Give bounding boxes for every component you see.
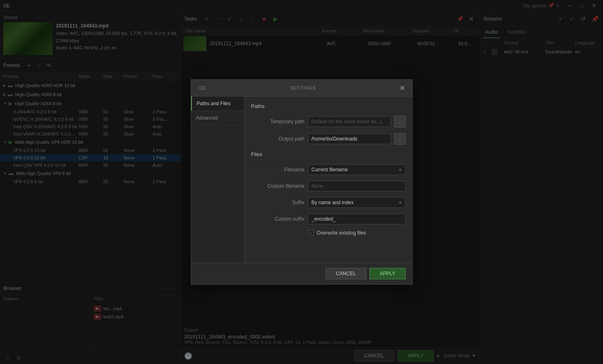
modal-ce-label: CE	[196, 85, 209, 90]
temp-path-label: Temporary path	[251, 119, 305, 124]
custom-filename-row: Custom filename None	[251, 181, 406, 191]
custom-suffix-input[interactable]	[308, 214, 406, 224]
modal-title: SETTINGS	[209, 85, 397, 90]
modal-close-button[interactable]: ✕	[397, 83, 407, 93]
modal-sidebar: Paths and Files Advanced	[191, 97, 245, 263]
suffix-label: Suffix	[251, 200, 305, 205]
suffix-row: Suffix By name and index None Custom ▼	[251, 197, 406, 208]
suffix-select[interactable]: By name and index None Custom	[308, 197, 406, 208]
suffix-select-wrapper: By name and index None Custom ▼	[308, 197, 406, 208]
files-section-title: Files	[251, 151, 406, 159]
sidebar-item-advanced[interactable]: Advanced	[191, 111, 244, 125]
custom-suffix-label: Custom suffix	[251, 216, 305, 222]
custom-suffix-row: Custom suffix	[251, 214, 406, 224]
output-path-row: Output path /home/tio/Downloads ...	[251, 133, 406, 145]
paths-section-title: Paths	[251, 103, 406, 109]
temp-path-row: Temporary path Default (In the same fold…	[251, 116, 406, 127]
sidebar-item-paths-files[interactable]: Paths and Files	[191, 97, 244, 111]
settings-modal: CE SETTINGS ✕ Paths and Files Advanced P…	[191, 79, 413, 285]
temp-path-input[interactable]: Default (In the same folder as...)	[308, 116, 391, 127]
modal-content: Paths Temporary path Default (In the sam…	[245, 97, 412, 263]
filename-select[interactable]: Current filename Custom filename	[308, 164, 406, 175]
output-path-input[interactable]: /home/tio/Downloads	[308, 134, 391, 144]
filename-row: Filename Current filename Custom filenam…	[251, 164, 406, 175]
custom-filename-input[interactable]: None	[308, 181, 406, 191]
custom-filename-label: Custom filename	[251, 183, 305, 189]
modal-overlay: CE SETTINGS ✕ Paths and Files Advanced P…	[0, 0, 603, 364]
modal-actions: CANCEL APPLY	[191, 263, 412, 284]
modal-apply-button[interactable]: APPLY	[370, 268, 406, 279]
overwrite-row: ✓ Overwrite existing files	[251, 230, 406, 236]
filename-label: Filename	[251, 167, 305, 173]
modal-title-bar: CE SETTINGS ✕	[191, 80, 412, 97]
overwrite-checkbox[interactable]: ✓	[308, 230, 314, 236]
modal-cancel-button[interactable]: CANCEL	[326, 268, 366, 279]
output-path-browse-button[interactable]: ...	[394, 133, 406, 145]
output-path-label: Output path	[251, 136, 305, 142]
temp-path-browse-button[interactable]: ...	[394, 116, 406, 127]
modal-body: Paths and Files Advanced Paths Temporary…	[191, 97, 412, 263]
overwrite-label: Overwrite existing files	[317, 230, 366, 236]
filename-select-wrapper: Current filename Custom filename ▼	[308, 164, 406, 175]
